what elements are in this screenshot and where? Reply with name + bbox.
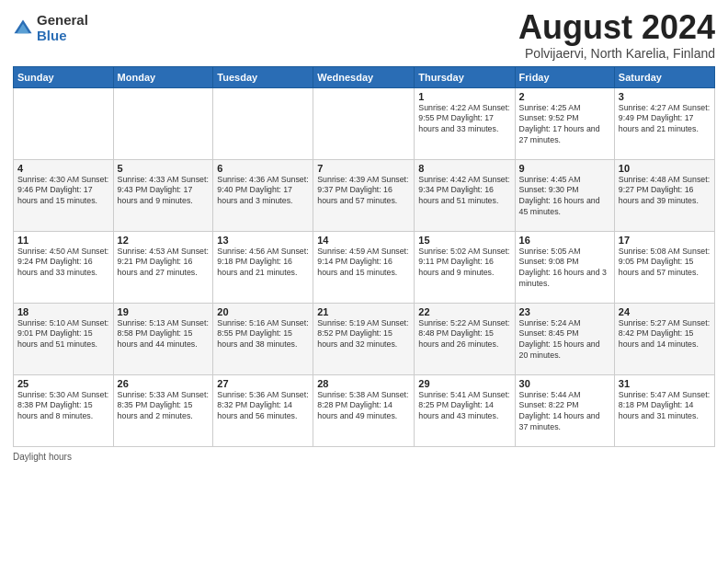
- logo: General Blue: [13, 13, 88, 43]
- calendar-cell: 24Sunrise: 5:27 AM Sunset: 8:42 PM Dayli…: [614, 303, 714, 374]
- calendar-cell: 16Sunrise: 5:05 AM Sunset: 9:08 PM Dayli…: [515, 231, 614, 303]
- weekday-header: Sunday: [14, 66, 114, 87]
- calendar-cell: 7Sunrise: 4:39 AM Sunset: 9:37 PM Daylig…: [313, 159, 415, 231]
- day-number: 22: [418, 306, 510, 317]
- calendar-cell: 11Sunrise: 4:50 AM Sunset: 9:24 PM Dayli…: [14, 231, 114, 303]
- calendar-cell: 23Sunrise: 5:24 AM Sunset: 8:45 PM Dayli…: [515, 303, 614, 374]
- day-number: 28: [317, 378, 410, 389]
- day-number: 18: [17, 306, 109, 317]
- calendar-week-row: 4Sunrise: 4:30 AM Sunset: 9:46 PM Daylig…: [14, 159, 715, 231]
- calendar-cell: 31Sunrise: 5:47 AM Sunset: 8:18 PM Dayli…: [614, 374, 714, 446]
- day-info: Sunrise: 4:27 AM Sunset: 9:49 PM Dayligh…: [619, 103, 711, 136]
- day-number: 20: [217, 306, 309, 317]
- day-number: 27: [217, 378, 309, 389]
- day-info: Sunrise: 5:30 AM Sunset: 8:38 PM Dayligh…: [17, 390, 109, 423]
- day-number: 2: [519, 91, 610, 102]
- day-number: 1: [418, 91, 510, 102]
- day-number: 10: [619, 163, 711, 174]
- calendar-cell: 4Sunrise: 4:30 AM Sunset: 9:46 PM Daylig…: [14, 159, 114, 231]
- day-info: Sunrise: 5:44 AM Sunset: 8:22 PM Dayligh…: [519, 390, 610, 434]
- calendar-cell: 21Sunrise: 5:19 AM Sunset: 8:52 PM Dayli…: [313, 303, 415, 374]
- calendar-cell: 20Sunrise: 5:16 AM Sunset: 8:55 PM Dayli…: [213, 303, 313, 374]
- logo-icon: [13, 18, 33, 39]
- calendar-cell: 2Sunrise: 4:25 AM Sunset: 9:52 PM Daylig…: [515, 87, 614, 159]
- day-number: 26: [118, 378, 210, 389]
- day-info: Sunrise: 4:36 AM Sunset: 9:40 PM Dayligh…: [217, 175, 309, 208]
- day-info: Sunrise: 5:27 AM Sunset: 8:42 PM Dayligh…: [619, 318, 711, 351]
- calendar-cell: 25Sunrise: 5:30 AM Sunset: 8:38 PM Dayli…: [14, 374, 114, 446]
- day-info: Sunrise: 5:05 AM Sunset: 9:08 PM Dayligh…: [519, 247, 610, 291]
- day-info: Sunrise: 5:19 AM Sunset: 8:52 PM Dayligh…: [317, 318, 410, 351]
- day-info: Sunrise: 4:39 AM Sunset: 9:37 PM Dayligh…: [317, 175, 410, 208]
- calendar-cell: 6Sunrise: 4:36 AM Sunset: 9:40 PM Daylig…: [213, 159, 313, 231]
- day-number: 17: [619, 235, 711, 246]
- weekday-header: Thursday: [415, 66, 515, 87]
- logo-blue-text: Blue: [37, 29, 88, 44]
- logo-general-text: General: [37, 13, 88, 29]
- day-number: 19: [118, 306, 210, 317]
- calendar-cell: 18Sunrise: 5:10 AM Sunset: 9:01 PM Dayli…: [14, 303, 114, 374]
- title-block: August 2024 Polvijaervi, North Karelia, …: [518, 9, 715, 61]
- day-info: Sunrise: 4:56 AM Sunset: 9:18 PM Dayligh…: [217, 247, 309, 280]
- day-number: 21: [317, 306, 410, 317]
- day-number: 25: [17, 378, 109, 389]
- calendar-week-row: 11Sunrise: 4:50 AM Sunset: 9:24 PM Dayli…: [14, 231, 715, 303]
- calendar-cell: 10Sunrise: 4:48 AM Sunset: 9:27 PM Dayli…: [614, 159, 714, 231]
- header: General Blue August 2024 Polvijaervi, No…: [13, 9, 715, 61]
- day-info: Sunrise: 5:10 AM Sunset: 9:01 PM Dayligh…: [17, 318, 109, 351]
- weekday-header: Tuesday: [213, 66, 313, 87]
- day-number: 6: [217, 163, 309, 174]
- day-info: Sunrise: 5:24 AM Sunset: 8:45 PM Dayligh…: [519, 318, 610, 362]
- calendar-cell: [313, 87, 415, 159]
- day-info: Sunrise: 5:08 AM Sunset: 9:05 PM Dayligh…: [619, 247, 711, 280]
- day-number: 7: [317, 163, 410, 174]
- day-info: Sunrise: 4:48 AM Sunset: 9:27 PM Dayligh…: [619, 175, 711, 208]
- day-info: Sunrise: 4:22 AM Sunset: 9:55 PM Dayligh…: [418, 103, 510, 136]
- day-info: Sunrise: 5:02 AM Sunset: 9:11 PM Dayligh…: [418, 247, 510, 280]
- day-info: Sunrise: 5:36 AM Sunset: 8:32 PM Dayligh…: [217, 390, 309, 423]
- weekday-header: Wednesday: [313, 66, 415, 87]
- day-number: 29: [418, 378, 510, 389]
- day-info: Sunrise: 4:59 AM Sunset: 9:14 PM Dayligh…: [317, 247, 410, 280]
- calendar-cell: 22Sunrise: 5:22 AM Sunset: 8:48 PM Dayli…: [415, 303, 515, 374]
- page: General Blue August 2024 Polvijaervi, No…: [0, 0, 728, 563]
- calendar-cell: 29Sunrise: 5:41 AM Sunset: 8:25 PM Dayli…: [415, 374, 515, 446]
- calendar-cell: 30Sunrise: 5:44 AM Sunset: 8:22 PM Dayli…: [515, 374, 614, 446]
- calendar-subtitle: Polvijaervi, North Karelia, Finland: [518, 46, 715, 61]
- day-info: Sunrise: 5:22 AM Sunset: 8:48 PM Dayligh…: [418, 318, 510, 351]
- logo-text: General Blue: [37, 13, 88, 43]
- day-info: Sunrise: 4:30 AM Sunset: 9:46 PM Dayligh…: [17, 175, 109, 208]
- calendar-cell: 3Sunrise: 4:27 AM Sunset: 9:49 PM Daylig…: [614, 87, 714, 159]
- day-number: 14: [317, 235, 410, 246]
- footer-note: Daylight hours: [13, 452, 715, 462]
- calendar-week-row: 18Sunrise: 5:10 AM Sunset: 9:01 PM Dayli…: [14, 303, 715, 374]
- day-info: Sunrise: 4:45 AM Sunset: 9:30 PM Dayligh…: [519, 175, 610, 219]
- weekday-header: Monday: [113, 66, 213, 87]
- weekday-header: Friday: [515, 66, 614, 87]
- calendar-cell: 28Sunrise: 5:38 AM Sunset: 8:28 PM Dayli…: [313, 374, 415, 446]
- day-number: 5: [118, 163, 210, 174]
- calendar-cell: 27Sunrise: 5:36 AM Sunset: 8:32 PM Dayli…: [213, 374, 313, 446]
- calendar-cell: [213, 87, 313, 159]
- day-number: 15: [418, 235, 510, 246]
- day-info: Sunrise: 4:25 AM Sunset: 9:52 PM Dayligh…: [519, 103, 610, 147]
- day-number: 12: [118, 235, 210, 246]
- day-number: 8: [418, 163, 510, 174]
- calendar-cell: 15Sunrise: 5:02 AM Sunset: 9:11 PM Dayli…: [415, 231, 515, 303]
- day-number: 31: [619, 378, 711, 389]
- day-number: 13: [217, 235, 309, 246]
- calendar-cell: [113, 87, 213, 159]
- day-info: Sunrise: 5:38 AM Sunset: 8:28 PM Dayligh…: [317, 390, 410, 423]
- calendar-cell: 19Sunrise: 5:13 AM Sunset: 8:58 PM Dayli…: [113, 303, 213, 374]
- day-number: 9: [519, 163, 610, 174]
- day-info: Sunrise: 4:53 AM Sunset: 9:21 PM Dayligh…: [118, 247, 210, 280]
- calendar-cell: 14Sunrise: 4:59 AM Sunset: 9:14 PM Dayli…: [313, 231, 415, 303]
- day-info: Sunrise: 5:16 AM Sunset: 8:55 PM Dayligh…: [217, 318, 309, 351]
- day-number: 24: [619, 306, 711, 317]
- calendar-cell: 5Sunrise: 4:33 AM Sunset: 9:43 PM Daylig…: [113, 159, 213, 231]
- calendar-cell: 12Sunrise: 4:53 AM Sunset: 9:21 PM Dayli…: [113, 231, 213, 303]
- day-info: Sunrise: 4:50 AM Sunset: 9:24 PM Dayligh…: [17, 247, 109, 280]
- calendar-header-row: SundayMondayTuesdayWednesdayThursdayFrid…: [14, 66, 715, 87]
- calendar-cell: 13Sunrise: 4:56 AM Sunset: 9:18 PM Dayli…: [213, 231, 313, 303]
- day-info: Sunrise: 5:33 AM Sunset: 8:35 PM Dayligh…: [118, 390, 210, 423]
